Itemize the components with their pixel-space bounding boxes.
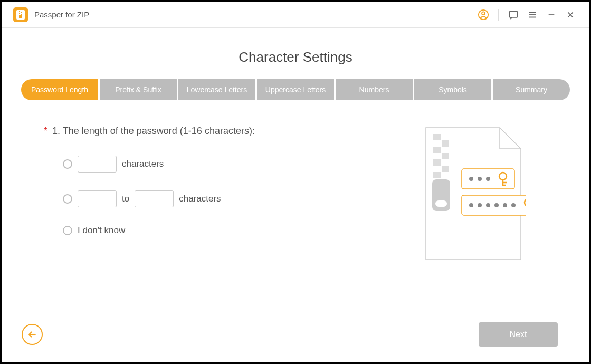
svg-point-38 [511,203,516,207]
svg-point-35 [486,203,490,207]
svg-rect-5 [19,15,22,18]
menu-icon[interactable] [525,7,540,22]
tab-password-length[interactable]: Password Length [21,79,98,100]
svg-rect-15 [433,134,441,140]
exact-length-input[interactable] [78,156,117,173]
svg-point-34 [478,203,482,207]
question-label: * 1. The length of the password (1-16 ch… [44,126,421,137]
option-dont-know: I don't know [63,225,421,236]
next-button[interactable]: Next [479,322,558,347]
option-range-length: to characters [63,190,421,207]
svg-rect-18 [442,153,449,159]
main-content: Character Settings Password Length Prefi… [2,28,589,322]
svg-rect-16 [442,140,449,147]
feedback-icon[interactable] [506,7,521,22]
titlebar: Passper for ZIP [2,2,589,28]
svg-point-26 [478,177,482,181]
svg-rect-4 [21,14,22,15]
required-asterisk: * [44,126,47,136]
back-button[interactable] [22,324,43,345]
radio-exact[interactable] [63,159,72,169]
radio-dont-know[interactable] [63,226,72,235]
zip-file-illustration [421,122,526,267]
option-exact-length: characters [63,156,421,173]
range-min-input[interactable] [78,190,117,207]
range-suffix: characters [179,194,221,204]
minimize-button[interactable] [544,7,559,22]
svg-rect-3 [19,13,20,14]
exact-suffix: characters [122,159,164,169]
length-options: characters to characters I don't know [63,156,421,236]
svg-rect-17 [433,147,441,153]
svg-point-7 [482,12,485,15]
radio-range[interactable] [63,194,72,204]
tab-numbers[interactable]: Numbers [336,79,413,100]
dont-know-label: I don't know [78,225,125,236]
question-text: 1. The length of the password (1-16 char… [52,126,255,136]
svg-rect-1 [19,11,20,12]
svg-point-25 [469,177,473,181]
app-title: Passper for ZIP [34,10,89,19]
svg-rect-8 [510,11,518,17]
tab-lowercase[interactable]: Lowercase Letters [178,79,255,100]
tab-uppercase[interactable]: Uppercase Letters [257,79,334,100]
app-window: Passper for ZIP [2,2,589,362]
svg-point-36 [494,203,499,207]
tab-symbols[interactable]: Symbols [414,79,491,100]
svg-point-27 [486,177,490,181]
divider [498,9,499,21]
footer: Next [2,322,589,362]
svg-point-37 [503,203,507,207]
tab-summary[interactable]: Summary [493,79,570,100]
account-icon[interactable] [476,7,491,22]
range-max-input[interactable] [135,190,174,207]
app-logo-icon [13,7,28,22]
tab-prefix-suffix[interactable]: Prefix & Suffix [100,79,177,100]
page-title: Character Settings [33,49,558,65]
svg-rect-21 [433,172,441,178]
wizard-tabs: Password Length Prefix & Suffix Lowercas… [33,79,558,100]
svg-rect-23 [435,200,447,207]
range-middle: to [122,194,129,204]
close-button[interactable] [563,7,578,22]
svg-rect-2 [21,12,22,13]
svg-rect-20 [442,166,449,172]
svg-point-33 [469,203,473,207]
svg-rect-19 [433,159,441,166]
title-actions [476,7,578,22]
